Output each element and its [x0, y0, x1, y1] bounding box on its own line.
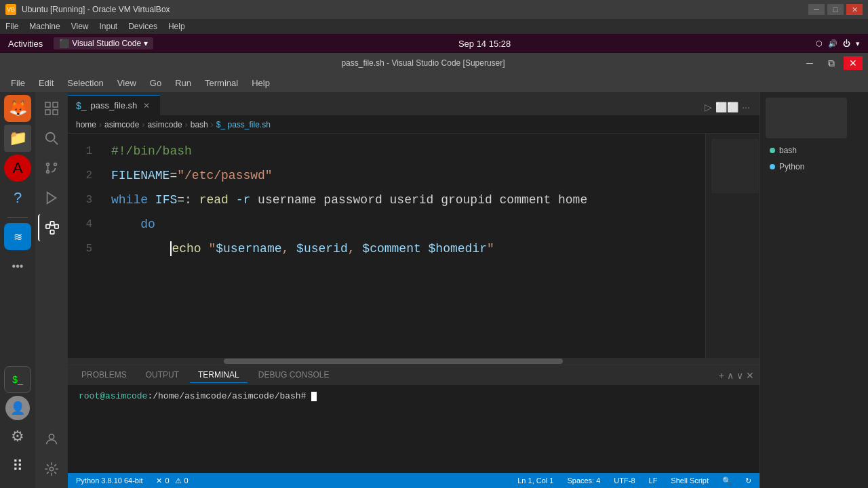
more-actions-button[interactable]: ···	[738, 99, 754, 115]
sidebar-apps-icon[interactable]: ⠿	[4, 453, 31, 480]
status-right: Ln 1, Col 1 Spaces: 4 UTF-8 LF Shell Scr…	[515, 476, 754, 485]
panel-tab-debug[interactable]: DEBUG CONSOLE	[250, 367, 338, 383]
panel-tab-output[interactable]: OUTPUT	[138, 367, 187, 383]
code-line-3: while IFS=: read -r username password us…	[111, 188, 705, 212]
vscode-restore-button[interactable]: ⧉	[822, 56, 841, 70]
vscode-close-button[interactable]: ✕	[844, 56, 863, 70]
ubuntu-topbar: Activities ⬛ Visual Studio Code ▾ Sep 14…	[0, 34, 868, 53]
svg-rect-13	[50, 230, 54, 235]
activity-explorer-button[interactable]	[38, 95, 65, 122]
breadcrumb-sep-3: ›	[185, 120, 188, 129]
ubuntu-power-icon[interactable]: ⏻	[843, 39, 850, 47]
sidebar-vscode-icon[interactable]: ≋	[4, 223, 31, 250]
ubuntu-network-icon[interactable]: ⬡	[816, 39, 823, 48]
activity-debug-button[interactable]	[38, 184, 65, 211]
editor-tab-pass-file[interactable]: $_ pass_file.sh ✕	[68, 95, 160, 115]
sidebar-dots-icon[interactable]: •••	[4, 253, 31, 280]
sidebar-bottom: $_ 👤 ⚙ ⠿	[4, 366, 31, 485]
vscode-window-controls: ─ ⧉ ✕	[800, 56, 863, 70]
warning-icon: ⚠	[175, 476, 182, 485]
right-sidebar-python[interactable]: Python	[766, 160, 863, 174]
vm-icon: VB	[5, 4, 16, 15]
ubuntu-topbar-left: Activities ⬛ Visual Studio Code ▾	[8, 37, 153, 49]
activity-extensions-button[interactable]	[38, 214, 65, 241]
svg-point-6	[47, 171, 50, 174]
vm-menu-machine[interactable]: Machine	[29, 22, 60, 31]
split-editor-button[interactable]: ⬜⬜	[719, 99, 735, 115]
vm-menu-input[interactable]: Input	[100, 22, 118, 31]
status-sync-icon[interactable]: ↻	[743, 476, 754, 485]
code-editor[interactable]: 1 2 3 4 5 #!/bin/bash FILENAME="/etc/pas…	[68, 134, 760, 358]
vm-menu-help[interactable]: Help	[168, 22, 185, 31]
menu-file[interactable]: File	[5, 77, 31, 89]
tab-actions: ▷ ⬜⬜ ···	[700, 99, 760, 115]
tab-close-button[interactable]: ✕	[141, 100, 152, 111]
menu-help[interactable]: Help	[246, 77, 275, 89]
menu-run[interactable]: Run	[170, 77, 197, 89]
breadcrumb-asimcode-2[interactable]: asimcode	[147, 120, 182, 129]
activity-settings-button[interactable]	[38, 455, 65, 483]
breadcrumb-sep-1: ›	[99, 120, 102, 129]
code-content[interactable]: #!/bin/bash FILENAME="/etc/passwd" while…	[100, 134, 705, 358]
ubuntu-activities-button[interactable]: Activities	[8, 39, 43, 49]
breadcrumb-home[interactable]: home	[76, 120, 96, 129]
panel-minimize-button[interactable]: ∨	[736, 370, 743, 381]
status-language[interactable]: Shell Script	[668, 476, 711, 485]
sidebar-settings-icon[interactable]: ⚙	[4, 423, 31, 450]
svg-rect-3	[53, 110, 58, 115]
vscode-launcher[interactable]: ⬛ Visual Studio Code ▾	[54, 37, 153, 49]
activity-git-button[interactable]	[38, 155, 65, 182]
minimap	[705, 134, 760, 358]
menu-terminal[interactable]: Terminal	[199, 77, 243, 89]
status-errors[interactable]: ✕ 0 ⚠ 0	[153, 476, 191, 485]
vm-menu-devices[interactable]: Devices	[128, 22, 157, 31]
panel-close-button[interactable]: ✕	[746, 370, 754, 381]
vscode-launcher-chevron: ▾	[144, 39, 148, 48]
menu-selection[interactable]: Selection	[62, 77, 108, 89]
panel-maximize-button[interactable]: ∧	[727, 370, 734, 381]
panel-tab-problems[interactable]: PROBLEMS	[73, 367, 135, 383]
vscode-minimize-button[interactable]: ─	[800, 56, 819, 70]
horizontal-scrollbar[interactable]	[68, 358, 760, 365]
svg-point-14	[49, 434, 54, 439]
menu-go[interactable]: Go	[144, 77, 167, 89]
sidebar-firefox-icon[interactable]: 🦊	[4, 95, 31, 122]
breadcrumb-file[interactable]: $_ pass_file.sh	[216, 120, 271, 129]
breadcrumb-bash[interactable]: bash	[191, 120, 208, 129]
sidebar-files-icon[interactable]: 📁	[4, 125, 31, 152]
ubuntu-volume-icon[interactable]: 🔊	[828, 39, 837, 48]
editor-area: $_ pass_file.sh ✕ ▷ ⬜⬜ ··· home › asimco…	[68, 92, 760, 488]
sidebar-help-icon[interactable]: ?	[4, 184, 31, 211]
status-encoding[interactable]: UTF-8	[611, 476, 637, 485]
sidebar-terminal-icon[interactable]: $_	[4, 366, 31, 393]
status-spaces[interactable]: Spaces: 4	[564, 476, 603, 485]
terminal-cursor	[311, 392, 317, 401]
terminal-prompt: root@asimcode	[79, 391, 147, 401]
run-button[interactable]: ▷	[700, 99, 716, 115]
vscode-titlebar: pass_file.sh - Visual Studio Code [Super…	[0, 53, 868, 73]
code-line-5: echo "$username, $userid, $comment $home…	[111, 237, 705, 261]
vm-minimize-button[interactable]: ─	[808, 4, 825, 15]
status-line-ending[interactable]: LF	[646, 476, 660, 485]
sidebar-software-icon[interactable]: A	[4, 155, 31, 182]
right-sidebar: bash Python	[760, 92, 868, 488]
vm-menu-file[interactable]: File	[5, 22, 18, 31]
menu-edit[interactable]: Edit	[33, 77, 59, 89]
activity-search-button[interactable]	[38, 125, 65, 152]
panel-add-button[interactable]: +	[719, 370, 724, 381]
sidebar-avatar-icon[interactable]: 👤	[5, 396, 30, 420]
right-sidebar-bash[interactable]: bash	[766, 144, 863, 157]
var-filename: FILENAME	[111, 163, 170, 188]
panel-tab-terminal[interactable]: TERMINAL	[190, 367, 248, 383]
status-position[interactable]: Ln 1, Col 1	[515, 476, 556, 485]
vm-menu-view[interactable]: View	[71, 22, 89, 31]
vm-maximize-button[interactable]: □	[827, 4, 844, 15]
status-python-version[interactable]: Python 3.8.10 64-bit	[73, 476, 145, 485]
vm-close-button[interactable]: ✕	[846, 4, 863, 15]
status-search-icon[interactable]: 🔍	[719, 476, 734, 485]
ubuntu-topbar-right: ⬡ 🔊 ⏻ ▾	[816, 39, 860, 48]
breadcrumb-asimcode-1[interactable]: asimcode	[104, 120, 139, 129]
scrollbar-thumb[interactable]	[224, 359, 563, 364]
activity-account-button[interactable]	[38, 426, 65, 453]
menu-view[interactable]: View	[112, 77, 142, 89]
